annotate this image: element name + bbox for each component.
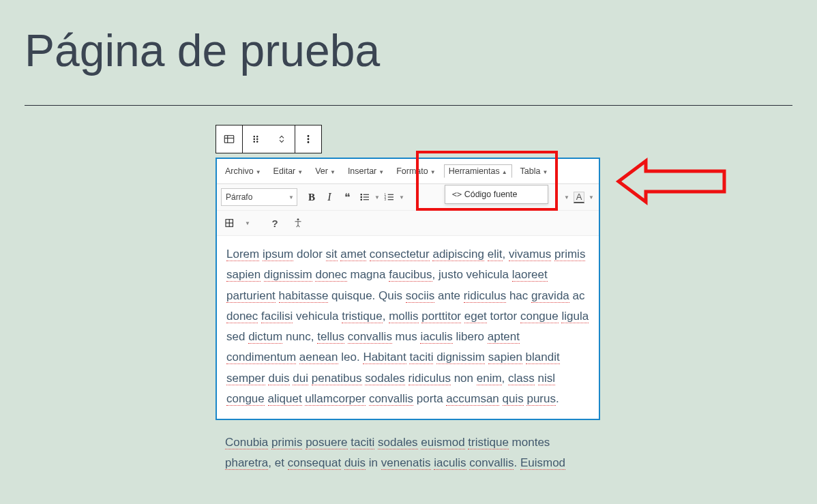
- more-options-icon[interactable]: [295, 125, 321, 153]
- chevron-down-icon: ▼: [543, 169, 548, 175]
- menu-editar[interactable]: Editar▼: [269, 165, 308, 177]
- code-icon: <>: [452, 190, 464, 199]
- svg-point-10: [308, 138, 309, 140]
- dropdown-herramientas: <> Código fuente: [445, 185, 548, 204]
- menu-label: Ver: [315, 166, 328, 176]
- menu-label: Herramientas: [449, 166, 500, 176]
- svg-point-8: [257, 141, 258, 143]
- chevron-down-icon: ▼: [378, 169, 384, 175]
- menu-label: Editar: [273, 166, 296, 176]
- menu-label: Tabla: [520, 166, 541, 176]
- svg-point-12: [361, 194, 362, 196]
- menu-insertar[interactable]: Insertar▼: [344, 165, 388, 177]
- classic-block-icon[interactable]: [216, 125, 242, 153]
- chevron-down-icon: ▼: [430, 169, 436, 175]
- drag-handle-icon[interactable]: [243, 125, 269, 153]
- menu-formato[interactable]: Formato▼: [392, 165, 439, 177]
- help-button[interactable]: ?: [266, 214, 284, 232]
- chevron-down-icon: ▼: [330, 169, 336, 175]
- svg-point-27: [297, 218, 299, 220]
- svg-point-3: [254, 136, 255, 138]
- menu-tabla[interactable]: Tabla▼: [516, 165, 552, 177]
- svg-point-5: [254, 138, 255, 140]
- paragraph-format-select[interactable]: Párrafo ▼: [221, 188, 297, 206]
- page-title: Página de prueba: [25, 25, 792, 76]
- chevron-down-icon: ▼: [256, 169, 261, 175]
- menu-herramientas[interactable]: Herramientas▲ <> Código fuente: [444, 164, 512, 178]
- blockquote-button[interactable]: ❝: [338, 188, 356, 206]
- menu-item-label: Código fuente: [464, 190, 518, 199]
- chevron-down-icon[interactable]: ▼: [374, 194, 381, 201]
- svg-text:3: 3: [385, 198, 387, 201]
- svg-point-7: [254, 141, 255, 143]
- block-toolbar: [216, 125, 322, 153]
- chevron-down-icon[interactable]: ▼: [244, 220, 251, 226]
- svg-rect-0: [224, 136, 234, 143]
- move-up-down-icon[interactable]: [269, 125, 295, 153]
- italic-button[interactable]: I: [321, 188, 338, 206]
- chevron-down-icon[interactable]: ▼: [588, 194, 595, 201]
- following-paragraph[interactable]: Conubia primis posuere taciti sodales eu…: [225, 432, 593, 474]
- svg-point-14: [361, 196, 362, 198]
- menu-label: Insertar: [348, 166, 376, 176]
- classic-editor: Archivo▼ Editar▼ Ver▼ Insertar▼ Formato▼…: [216, 158, 600, 420]
- chevron-down-icon[interactable]: ▼: [563, 194, 570, 201]
- divider: [25, 105, 792, 106]
- svg-point-16: [361, 199, 362, 201]
- editor-content[interactable]: Lorem ipsum dolor sit amet consectetur a…: [217, 236, 599, 419]
- svg-point-6: [257, 138, 258, 140]
- text-color-button[interactable]: A: [570, 188, 588, 206]
- numbered-list-button[interactable]: 123: [381, 188, 398, 206]
- menu-archivo[interactable]: Archivo▼: [221, 165, 265, 177]
- menu-ver[interactable]: Ver▼: [311, 165, 340, 177]
- accessibility-button[interactable]: [289, 214, 307, 232]
- chevron-down-icon: ▼: [297, 169, 303, 175]
- svg-point-11: [308, 142, 309, 143]
- menu-item-codigo-fuente[interactable]: <> Código fuente: [445, 186, 548, 203]
- chevron-up-icon: ▲: [502, 169, 507, 175]
- table-button[interactable]: [221, 214, 239, 232]
- chevron-down-icon[interactable]: ▼: [398, 194, 405, 201]
- editor-toolbar-secondary: ▼ ?: [217, 211, 599, 236]
- svg-point-4: [257, 136, 258, 138]
- chevron-down-icon: ▼: [288, 194, 294, 201]
- menu-label: Formato: [396, 166, 428, 176]
- svg-point-9: [308, 136, 309, 137]
- select-value: Párrafo: [226, 192, 252, 202]
- editor-menubar: Archivo▼ Editar▼ Ver▼ Insertar▼ Formato▼…: [217, 159, 599, 184]
- bullet-list-button[interactable]: [356, 188, 374, 206]
- bold-button[interactable]: B: [303, 188, 321, 206]
- annotation-arrow-icon: [615, 158, 738, 205]
- menu-label: Archivo: [225, 166, 254, 176]
